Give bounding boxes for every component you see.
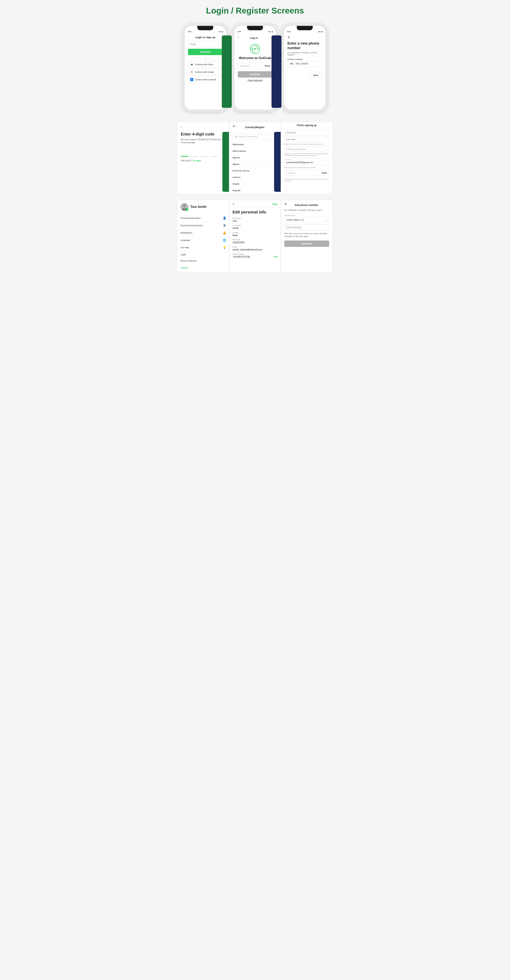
row3-screens: ✏ Tom Smith Personal Information 👤 Payme… (178, 200, 332, 272)
email-input-s6[interactable] (284, 158, 329, 165)
add-phone-subtitle: For notification, reminder, and help to … (284, 209, 329, 212)
first-name-label: First name (232, 217, 278, 219)
menu-item-terms[interactable]: Terms of Service (180, 258, 226, 264)
gograb-logo (250, 44, 260, 54)
name-hint: Make sure it matches the name on your go… (284, 143, 329, 145)
show-password-btn-s6[interactable]: Show (322, 172, 327, 174)
continue-btn-2[interactable]: Continue (238, 71, 272, 78)
birthday-hint: To sign you up you need to be at least 1… (284, 153, 329, 156)
phone-number-label: PHONE NUMBER (288, 59, 322, 60)
otp-digit-3[interactable] (201, 148, 208, 157)
close-button-9[interactable]: ✕ (284, 202, 287, 206)
country-dropdown-s9[interactable]: United States (+1) ⌄ (284, 216, 329, 223)
finish-signup-body: Make sure it matches the name on your go… (281, 128, 332, 185)
close-button-5[interactable]: ✕ (232, 124, 235, 128)
otp-title: Enter 4-digit code (181, 132, 226, 137)
phone-screen-3: 3:34 99%▮ ✕ Enter a new phone number For… (282, 24, 327, 112)
login-signup-screen: Login or sign up Continue or ☎ Continue … (185, 33, 226, 88)
country-code: +92 (290, 63, 294, 65)
try-again-link[interactable]: Try again (192, 159, 201, 162)
search-placeholder[interactable]: Search Country Here (239, 135, 257, 138)
country-label-s9: Country/Region (284, 215, 329, 216)
status-bar-3: 3:34 99%▮ (284, 30, 325, 33)
logout-button[interactable]: Logout (180, 266, 188, 269)
globe-icon: 🌐 (223, 239, 226, 242)
payment-icon: 🏦 (223, 224, 226, 227)
continue-button[interactable]: Continue (188, 49, 222, 55)
facebook-icon: f (190, 78, 193, 81)
save-button-8[interactable]: Save (272, 203, 278, 205)
close-button-3[interactable]: ✕ (288, 35, 322, 39)
otp-digit-2[interactable] (191, 148, 198, 157)
menu-item-personal[interactable]: Personal Information 👤 (180, 215, 226, 222)
navy-accent-block (272, 35, 281, 108)
login-screen: ‹ Log in Welco (235, 33, 275, 84)
phone-input-row: +92 0301 2345678 (288, 61, 322, 67)
avatar-edit-icon[interactable]: ✏ (186, 208, 188, 211)
phone-notch-3 (297, 26, 313, 30)
or-divider: or (188, 57, 222, 59)
menu-item-language[interactable]: Language 🌐 (180, 237, 226, 244)
password-hint-s6: Must include at least one symbol or numb… (284, 178, 329, 182)
phone-screen-2: 1:59 87%▮ ‹ Log in (232, 24, 278, 112)
first-name-input[interactable] (284, 130, 329, 135)
country-header: ✕ Country/Region (229, 122, 281, 132)
back-button-4[interactable]: ‹ (181, 125, 226, 129)
country-item-angola[interactable]: Angola (232, 181, 278, 187)
bell-icon: 🔔 (223, 231, 226, 234)
phone-icon: ☎ (190, 63, 193, 66)
country-region-screen: ✕ Country/Region 🔍 Search Country Here A… (229, 122, 281, 194)
birthday-dropdown[interactable]: Birthday (mm/dd/yyyy) ⌄ (284, 146, 329, 152)
menu-item-help[interactable]: Get Help 💡 (180, 244, 226, 251)
google-btn[interactable]: G Continue with Google (188, 69, 222, 75)
menu-item-payments[interactable]: Payments and payouts 🏦 (180, 222, 226, 229)
menu-item-notifications[interactable]: Notifications 🔔 (180, 229, 226, 237)
otp-digit-1[interactable] (181, 148, 188, 157)
continue-btn-s9[interactable]: Continue (284, 240, 329, 247)
edit-personal-screen: < Save Edit personal info First name Tom… (229, 200, 281, 272)
enter-phone-subtitle: For notifications, reminders, and help l… (288, 52, 322, 56)
country-list: Afghanistan Aland Islands Albania Algeri… (229, 141, 281, 194)
country-item-algeria[interactable]: Algeria (232, 161, 278, 167)
menu-item-legal[interactable]: Legal (180, 251, 226, 258)
country-item-anguilla[interactable]: Anguilla (232, 187, 278, 194)
phone-note-s9: We'll call or text you to confirm your n… (284, 232, 329, 238)
back-button-8[interactable]: < (232, 202, 234, 206)
country-item-aland[interactable]: Aland Islands (232, 148, 278, 154)
country-search-box: 🔍 Search Country Here (232, 134, 278, 139)
password-placeholder-s6: Password (286, 172, 295, 174)
facebook-btn[interactable]: f Continue with Facebook (188, 76, 222, 83)
show-password-btn[interactable]: Show (265, 65, 270, 67)
screen1-title: Login or sign up (188, 36, 222, 39)
country-item-albania[interactable]: Albania (232, 154, 278, 161)
birth-date-label: Birth date (232, 239, 278, 241)
phone-number-value[interactable]: 0301 2345678 (296, 63, 308, 65)
phone-input-s9[interactable] (284, 224, 329, 231)
next-button[interactable]: Next (310, 72, 322, 78)
add-phone-header: ✕ Add phone number (281, 200, 332, 209)
add-phone-screen: ✕ Add phone number For notification, rem… (281, 200, 332, 272)
profile-screen: ✏ Tom Smith Personal Information 👤 Payme… (178, 200, 229, 272)
help-icon: 💡 (223, 246, 226, 249)
country-item-andorra[interactable]: Andorra (232, 174, 278, 181)
country-item-american-samoa[interactable]: American Samoa (232, 167, 278, 174)
email-input[interactable] (188, 41, 222, 47)
last-name-value: Smith (232, 227, 278, 229)
otp-digit-4[interactable] (211, 148, 218, 157)
phone-notch-2 (247, 26, 263, 30)
edit-phone-link[interactable]: Edit (274, 256, 278, 258)
forgot-password-link[interactable]: Forgot password (238, 79, 272, 81)
otp-screen: ‹ Enter 4-digit code We sent a code to +… (178, 122, 229, 194)
didnt-get-text: Didn't get it? Try again (181, 159, 226, 162)
profile-body: ✏ Tom Smith Personal Information 👤 Payme… (178, 200, 229, 272)
welcome-title: Welcome to GoGrab (238, 56, 272, 60)
last-name-input[interactable] (284, 137, 329, 142)
email-label-s8: Email (232, 246, 278, 248)
country-item-afghanistan[interactable]: Afghanistan (232, 141, 278, 148)
status-bar: 1:59 67%▮ (185, 30, 226, 33)
otp-input-row (181, 148, 226, 157)
email-hint-s6: We'll email you trip confirmation and re… (284, 167, 329, 169)
phone-btn[interactable]: ☎ Continue with Phone (188, 61, 222, 68)
login-header-title: Log in (239, 37, 269, 40)
password-row-s6: Password Show (284, 170, 329, 176)
